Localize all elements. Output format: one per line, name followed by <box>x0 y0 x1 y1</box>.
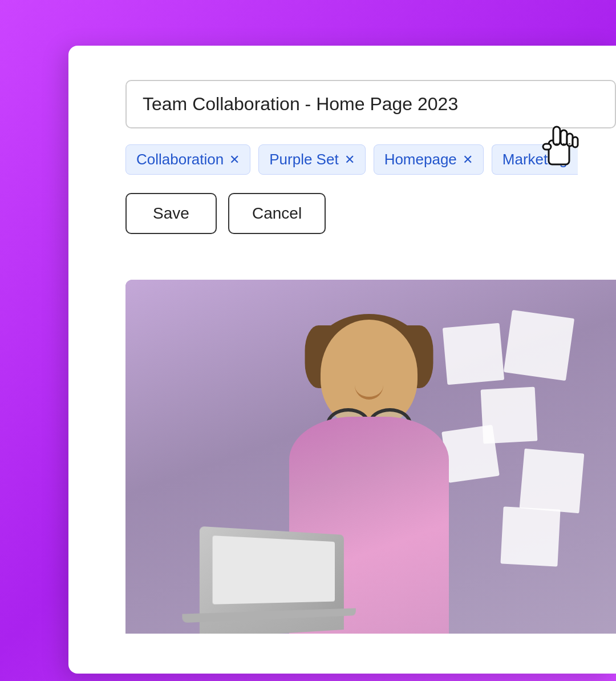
tag-homepage-remove[interactable]: ✕ <box>463 154 473 166</box>
smile <box>355 385 383 400</box>
main-window: Collaboration ✕ Purple Set ✕ Homepage ✕ … <box>68 46 616 674</box>
laptop <box>200 526 344 634</box>
tags-row: Collaboration ✕ Purple Set ✕ Homepage ✕ … <box>125 144 616 175</box>
tag-marketing: Marketing <box>492 144 578 175</box>
tag-homepage-label: Homepage <box>384 151 457 168</box>
tag-collaboration: Collaboration ✕ <box>125 144 250 175</box>
tag-purple-set-remove[interactable]: ✕ <box>345 154 355 166</box>
svg-rect-1 <box>553 127 560 145</box>
sticky-note-2 <box>504 310 574 381</box>
form-area: Collaboration ✕ Purple Set ✕ Homepage ✕ … <box>68 46 616 280</box>
head <box>321 320 418 428</box>
save-button[interactable]: Save <box>125 193 217 234</box>
image-background <box>125 280 616 634</box>
sticky-note-4 <box>520 449 585 514</box>
tag-collaboration-label: Collaboration <box>136 151 224 168</box>
buttons-row: Save Cancel <box>125 193 616 234</box>
person-figure <box>238 303 500 634</box>
tag-collaboration-remove[interactable]: ✕ <box>229 154 240 166</box>
tag-purple-set: Purple Set ✕ <box>258 144 365 175</box>
tag-marketing-label: Marketing <box>502 151 568 168</box>
title-input[interactable] <box>125 80 616 128</box>
cancel-button[interactable]: Cancel <box>228 193 326 234</box>
tag-homepage: Homepage ✕ <box>374 144 484 175</box>
sticky-note-6 <box>500 506 560 566</box>
tag-purple-set-label: Purple Set <box>269 151 338 168</box>
laptop-screen <box>212 535 335 605</box>
hero-image <box>125 280 616 634</box>
svg-rect-2 <box>561 130 567 145</box>
